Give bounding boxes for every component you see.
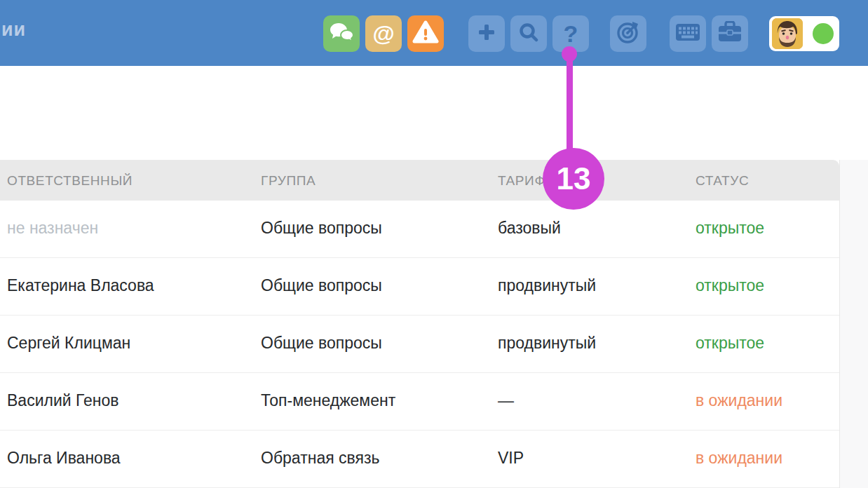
status-cell: в ожидании [696,449,782,468]
column-header-status: СТАТУС [696,173,749,189]
status-cell: открытое [696,219,764,238]
group-cell: Общие вопросы [261,276,382,295]
tickets-table: ОТВЕТСТВЕННЫЙ ГРУППА ТАРИФ СТАТУС не наз… [0,160,839,488]
goals-button[interactable] [610,15,646,52]
search-button[interactable] [510,15,547,52]
chat-button[interactable] [323,15,360,52]
chat-bubbles-icon [329,21,354,46]
tariff-cell: продвинутый [498,334,596,353]
group-cell: Обратная связь [261,449,379,468]
user-widget[interactable] [769,16,839,51]
plus-icon [477,22,496,45]
user-avatar[interactable] [772,18,803,49]
table-header-row: ОТВЕТСТВЕННЫЙ ГРУППА ТАРИФ СТАТУС [0,160,839,201]
assignee-cell: Василий Генов [7,391,118,410]
assignee-cell: Екатерина Власова [7,276,154,295]
annotation-anchor-dot [562,46,577,62]
keyboard-icon [675,22,700,45]
top-navigation-bar: ии @ [0,0,868,66]
column-header-assignee: ОТВЕТСТВЕННЫЙ [7,173,133,189]
annotation-badge: 13 [543,148,604,210]
target-icon [616,20,641,48]
assignee-cell: не назначен [7,219,98,238]
truncated-nav-label: ии [1,19,26,41]
table-row[interactable]: Ольга Иванова Обратная связь VIP в ожида… [0,431,839,488]
alert-button[interactable] [407,15,444,52]
table-row[interactable]: не назначен Общие вопросы базовый открыт… [0,201,839,258]
at-icon: @ [372,21,394,47]
sort-toolbar: сортировать по: времени последнего ответ… [0,66,868,160]
briefcase-icon [717,21,742,46]
table-row[interactable]: Екатерина Власова Общие вопросы продвину… [0,258,839,316]
tariff-cell: базовый [498,219,561,238]
tariff-cell: — [498,391,514,410]
group-cell: Общие вопросы [261,219,382,238]
assignee-cell: Сергей Клицман [7,334,130,353]
keyboard-shortcuts-button[interactable] [670,15,706,52]
table-right-gutter [839,160,868,488]
column-header-tariff: ТАРИФ [498,173,545,189]
question-mark-icon: ? [564,20,578,48]
table-row[interactable]: Василий Генов Топ-менеджемент — в ожидан… [0,373,839,431]
tariff-cell: VIP [498,449,524,468]
mention-button[interactable]: @ [365,15,402,52]
online-status-indicator [813,23,834,44]
search-icon [518,22,539,46]
add-button[interactable] [468,15,505,52]
warning-triangle-icon [412,20,440,48]
apps-button[interactable] [712,15,748,52]
tariff-cell: продвинутый [498,276,596,295]
status-cell: открытое [696,334,764,353]
column-header-group: ГРУППА [261,173,316,189]
app-window: ии @ [0,0,868,488]
status-cell: в ожидании [696,391,782,410]
group-cell: Общие вопросы [261,334,382,353]
annotation-label: 13 [557,161,591,196]
assignee-cell: Ольга Иванова [7,449,121,468]
table-row[interactable]: Сергей Клицман Общие вопросы продвинутый… [0,316,839,373]
group-cell: Топ-менеджемент [261,391,395,410]
status-cell: открытое [696,276,764,295]
